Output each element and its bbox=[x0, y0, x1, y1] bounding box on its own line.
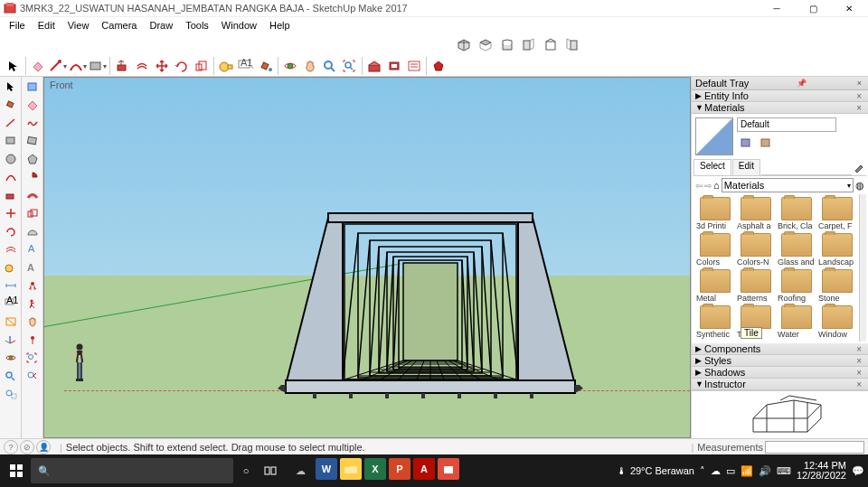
default-material-icon[interactable] bbox=[757, 135, 775, 151]
eraser2-icon[interactable] bbox=[24, 97, 42, 113]
material-folder[interactable]: Colors-N bbox=[736, 232, 776, 267]
layout-icon[interactable] bbox=[404, 56, 424, 76]
eraser-tool-icon[interactable] bbox=[28, 56, 48, 76]
start-button[interactable] bbox=[4, 458, 29, 483]
nav-fwd-icon[interactable]: ⇨ bbox=[704, 181, 712, 191]
zoomwin-icon[interactable] bbox=[2, 386, 20, 402]
arc-tool-icon[interactable]: ▾ bbox=[68, 56, 88, 76]
material-folder[interactable]: Colors bbox=[695, 232, 735, 267]
pushpull2-icon[interactable] bbox=[2, 187, 20, 203]
home-icon[interactable]: ⌂ bbox=[713, 180, 720, 191]
offset-tool-icon[interactable] bbox=[132, 56, 152, 76]
app-explorer-icon[interactable] bbox=[340, 458, 362, 480]
material-folder[interactable]: Landscap bbox=[817, 232, 857, 267]
panel-close-icon[interactable]: × bbox=[854, 91, 864, 101]
materials-combo[interactable]: Materials▾ bbox=[722, 178, 854, 192]
credits-icon[interactable]: ⊘ bbox=[20, 440, 34, 454]
material-folder[interactable]: Synthetic bbox=[695, 304, 735, 340]
material-folder[interactable]: Water bbox=[777, 304, 816, 340]
menu-view[interactable]: View bbox=[62, 19, 95, 32]
material-folder[interactable]: Roofing bbox=[777, 268, 816, 304]
material-folder[interactable]: Metal bbox=[695, 268, 735, 304]
app-excel-icon[interactable]: X bbox=[364, 458, 386, 480]
weather-widget[interactable]: 🌡29°C Berawan bbox=[617, 465, 694, 476]
taskbar-clock[interactable]: 12:44 PM 12/28/2022 bbox=[797, 461, 846, 481]
taskview-icon[interactable] bbox=[259, 458, 284, 483]
tray-header[interactable]: Default Tray 📌 × bbox=[692, 77, 868, 90]
material-name-field[interactable]: Default bbox=[737, 117, 836, 132]
prev-icon[interactable] bbox=[24, 368, 42, 384]
material-folder[interactable]: Carpet, F bbox=[817, 196, 857, 231]
component-icon[interactable] bbox=[24, 79, 42, 95]
material-folder[interactable]: Glass and bbox=[777, 232, 816, 267]
zoom-tool-icon[interactable] bbox=[320, 56, 340, 76]
paint-tool-icon[interactable] bbox=[256, 56, 276, 76]
followme-icon[interactable] bbox=[24, 187, 42, 203]
menu-file[interactable]: File bbox=[4, 19, 31, 32]
select-tool-icon[interactable] bbox=[4, 56, 24, 76]
lookaround-icon[interactable] bbox=[24, 277, 42, 294]
rectangle-tool-icon[interactable]: ▾ bbox=[88, 56, 108, 76]
entity-info-header[interactable]: ▶Entity Info× bbox=[692, 90, 868, 102]
pan2-icon[interactable] bbox=[24, 314, 42, 330]
section-icon[interactable] bbox=[2, 314, 20, 330]
line-icon[interactable] bbox=[2, 115, 20, 131]
tape2-icon[interactable] bbox=[2, 259, 20, 276]
materials-header[interactable]: ▼Materials× bbox=[692, 102, 868, 114]
view-top-icon[interactable] bbox=[476, 35, 495, 55]
zoom2-icon[interactable] bbox=[2, 368, 20, 384]
view-back-icon[interactable] bbox=[541, 35, 561, 55]
tray-close-icon[interactable]: × bbox=[854, 79, 864, 88]
menu-help[interactable]: Help bbox=[264, 19, 296, 32]
taskbar-search[interactable]: 🔍 bbox=[31, 458, 233, 483]
arc2-icon[interactable] bbox=[2, 169, 20, 185]
styles-header[interactable]: ▶Styles× bbox=[692, 355, 868, 367]
warehouse-icon[interactable] bbox=[364, 56, 384, 76]
volume-icon[interactable]: 🔊 bbox=[759, 465, 771, 477]
text2-icon[interactable]: A1 bbox=[2, 295, 20, 312]
panel-close-icon[interactable]: × bbox=[854, 103, 864, 113]
meetnow-icon[interactable]: ▭ bbox=[726, 465, 735, 477]
tab-select[interactable]: Select bbox=[693, 159, 731, 175]
app-acrobat-icon[interactable]: A bbox=[413, 458, 435, 480]
menu-edit[interactable]: Edit bbox=[33, 19, 61, 32]
freehand-icon[interactable] bbox=[24, 115, 42, 131]
onedrive-icon[interactable]: ☁ bbox=[711, 465, 721, 477]
scale2-icon[interactable] bbox=[24, 205, 42, 221]
3dtext-icon[interactable]: A bbox=[24, 259, 42, 276]
app-cloud-icon[interactable]: ☁ bbox=[288, 458, 313, 483]
material-folder[interactable]: Brick, Cla bbox=[777, 196, 816, 231]
material-folder[interactable]: Window bbox=[817, 304, 857, 340]
protractor-icon[interactable] bbox=[24, 223, 42, 239]
pan-tool-icon[interactable] bbox=[300, 56, 320, 76]
material-swatch[interactable] bbox=[695, 117, 733, 155]
pin-icon[interactable]: 📌 bbox=[794, 79, 809, 88]
text-tool-icon[interactable]: A1 bbox=[236, 56, 256, 76]
app-sketchup-icon[interactable] bbox=[438, 458, 459, 480]
polygon-icon[interactable] bbox=[24, 151, 42, 167]
app-word-icon[interactable]: W bbox=[316, 458, 337, 480]
axes-icon[interactable] bbox=[2, 332, 20, 348]
instructor-header[interactable]: ▼Instructor× bbox=[692, 379, 868, 390]
offset2-icon[interactable] bbox=[2, 241, 20, 258]
pie-icon[interactable] bbox=[24, 169, 42, 185]
app-powerpoint-icon[interactable]: P bbox=[389, 458, 410, 480]
view-iso-icon[interactable] bbox=[454, 35, 474, 55]
language-icon[interactable]: ⌨ bbox=[777, 465, 791, 477]
details-icon[interactable]: ◍ bbox=[855, 180, 864, 192]
notifications-icon[interactable]: 💬 bbox=[852, 465, 864, 477]
ruby-icon[interactable] bbox=[429, 56, 448, 76]
scrollbar[interactable] bbox=[859, 194, 866, 342]
rotate-tool-icon[interactable] bbox=[172, 56, 192, 76]
cortana-icon[interactable]: ○ bbox=[233, 458, 259, 483]
rect-icon[interactable] bbox=[2, 133, 20, 149]
sample-paint-icon[interactable] bbox=[852, 159, 866, 175]
signin-icon[interactable]: 👤 bbox=[36, 440, 51, 454]
orbit-tool-icon[interactable] bbox=[280, 56, 300, 76]
rotrect-icon[interactable] bbox=[24, 133, 42, 149]
material-folder[interactable]: Patterns bbox=[736, 268, 776, 304]
view-right-icon[interactable] bbox=[519, 35, 539, 55]
menu-tools[interactable]: Tools bbox=[180, 19, 214, 32]
material-folder[interactable]: Stone bbox=[817, 268, 857, 304]
zoom-extents-icon[interactable] bbox=[340, 56, 360, 76]
